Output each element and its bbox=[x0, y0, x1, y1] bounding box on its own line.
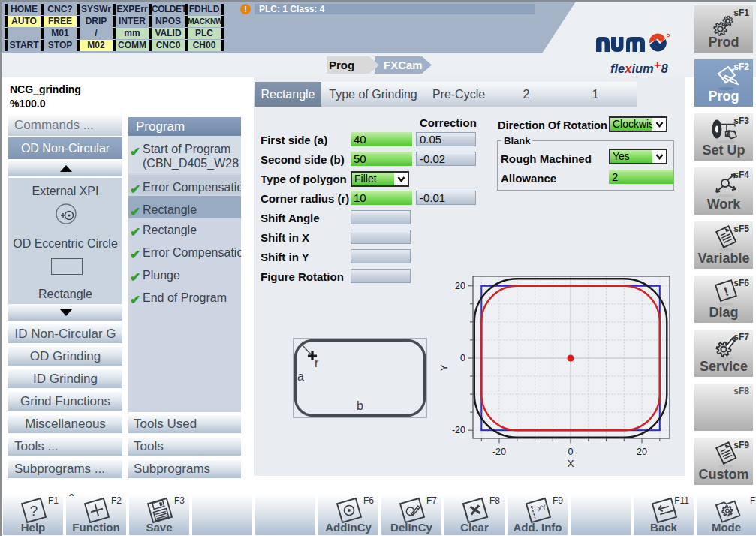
svg-text:X: X bbox=[568, 458, 574, 469]
svg-text:?: ? bbox=[30, 503, 38, 519]
svg-text:-20: -20 bbox=[452, 425, 465, 435]
svg-text:0: 0 bbox=[568, 447, 574, 457]
svg-text:20: 20 bbox=[455, 281, 465, 291]
svg-text:r: r bbox=[315, 357, 319, 369]
svg-text:a: a bbox=[297, 370, 304, 383]
svg-text:0: 0 bbox=[460, 353, 465, 363]
svg-text:-20: -20 bbox=[492, 447, 506, 457]
svg-text:Y: Y bbox=[439, 364, 450, 371]
svg-text:b: b bbox=[357, 399, 363, 412]
svg-text:flexium+8: flexium+8 bbox=[610, 58, 668, 76]
svg-text:!: ! bbox=[722, 285, 730, 300]
svg-text:-XY: -XY bbox=[535, 503, 547, 513]
svg-text:20: 20 bbox=[637, 447, 647, 457]
